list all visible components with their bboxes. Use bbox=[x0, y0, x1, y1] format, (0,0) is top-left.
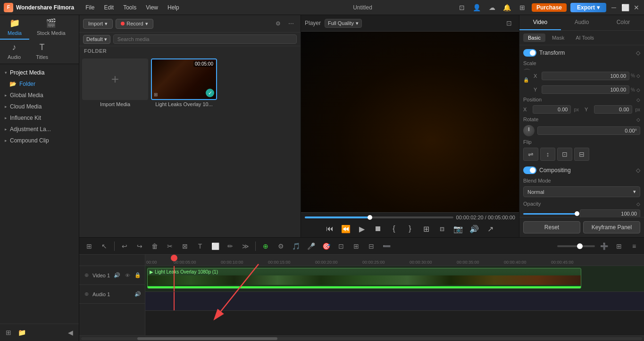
menu-tools[interactable]: Tools bbox=[119, 3, 140, 12]
blend-mode-select[interactable]: Normal ▾ bbox=[523, 186, 640, 197]
opacity-slider[interactable] bbox=[523, 213, 577, 215]
play-button[interactable]: ▶ bbox=[355, 222, 368, 235]
opacity-thumb[interactable] bbox=[575, 211, 579, 216]
video-track-eye-icon[interactable]: 👁 bbox=[123, 271, 132, 280]
tab-audio[interactable]: Audio bbox=[561, 15, 602, 30]
transform-keyframe-icon[interactable]: ◇ bbox=[636, 50, 640, 56]
reset-button[interactable]: Reset bbox=[523, 221, 580, 233]
pos-y-input[interactable]: 0.00 bbox=[594, 105, 632, 114]
sidebar-item-adjustment-layers[interactable]: ▸ Adjustment La... bbox=[0, 124, 79, 135]
grid-icon[interactable]: ⊞ bbox=[613, 240, 625, 252]
sidebar-item-compound-clip[interactable]: ▸ Compound Clip bbox=[0, 135, 79, 146]
scale-y-keyframe-icon[interactable]: ◇ bbox=[636, 87, 640, 92]
account-icon[interactable]: 👤 bbox=[471, 2, 483, 13]
timeline-scroll-track[interactable] bbox=[81, 337, 642, 340]
tab-video[interactable]: Video bbox=[519, 15, 561, 30]
tab-titles[interactable]: T Titles bbox=[28, 40, 56, 64]
mask-icon[interactable]: ⬜ bbox=[209, 240, 221, 252]
tab-stock-media[interactable]: 🎬 Stock Media bbox=[29, 15, 73, 40]
video-track-settings-icon[interactable]: 🔊 bbox=[113, 271, 121, 280]
search-input[interactable] bbox=[113, 34, 297, 44]
window-restore-button[interactable]: ⬜ bbox=[621, 4, 629, 11]
split-icon[interactable]: ⊡ bbox=[335, 240, 347, 252]
split-screen-icon[interactable]: ⧈ bbox=[435, 222, 449, 235]
quality-select[interactable]: Full Quality ▾ bbox=[325, 19, 362, 28]
skip-back-icon[interactable]: ⏮ bbox=[323, 222, 336, 235]
progress-thumb[interactable] bbox=[368, 215, 372, 220]
sub-tab-mask[interactable]: Mask bbox=[547, 33, 569, 42]
audio-track[interactable] bbox=[145, 292, 644, 311]
speed-icon[interactable]: ⊟ bbox=[365, 240, 377, 252]
audio-track-settings-icon[interactable]: 🔊 bbox=[134, 290, 142, 299]
select-tool-icon[interactable]: ↖ bbox=[98, 240, 110, 252]
frame-stop-icon[interactable]: ⏹ bbox=[371, 222, 385, 235]
sidebar-item-project-media[interactable]: ▾ Project Media bbox=[0, 67, 79, 78]
scale-x-keyframe-icon[interactable]: ◇ bbox=[636, 73, 640, 78]
sub-tab-ai-tools[interactable]: AI Tools bbox=[571, 33, 599, 42]
keyframe-panel-button[interactable]: Keyframe Panel bbox=[583, 221, 640, 233]
zoom-slider[interactable] bbox=[557, 245, 595, 247]
pen-icon[interactable]: ✏ bbox=[224, 240, 236, 252]
record-button[interactable]: Record ▾ bbox=[116, 19, 153, 29]
add-keyframe-icon[interactable]: ⊕ bbox=[259, 240, 272, 252]
sidebar-item-global-media[interactable]: ▸ Global Media bbox=[0, 90, 79, 101]
transform-toggle[interactable] bbox=[523, 49, 536, 57]
video-clip[interactable]: ▶ Light Leaks Overlay 1080p (1) bbox=[147, 268, 581, 289]
compositing-keyframe-icon[interactable]: ◇ bbox=[636, 167, 640, 174]
flip-horizontal-button[interactable]: ⇌ bbox=[523, 148, 538, 161]
list-item[interactable]: 00:05:00 ⊞ ✓ Light Leaks Overlay 10... bbox=[151, 58, 217, 107]
rotate-keyframe-icon[interactable]: ◇ bbox=[636, 117, 640, 122]
sidebar-item-influence-kit[interactable]: ▸ Influence Kit bbox=[0, 112, 79, 124]
zoom-thumb[interactable] bbox=[577, 243, 583, 249]
pos-x-input[interactable]: 0.00 bbox=[533, 105, 571, 114]
video-track-lock-icon[interactable]: 🔒 bbox=[134, 271, 142, 280]
purchase-button[interactable]: Purchase bbox=[532, 3, 567, 12]
motion-track-icon[interactable]: 🎯 bbox=[320, 240, 332, 252]
add-to-timeline-icon[interactable]: ⊞ bbox=[419, 222, 433, 235]
cut-icon[interactable]: ✂ bbox=[164, 240, 176, 252]
redo-icon[interactable]: ↪ bbox=[134, 240, 146, 252]
timeline-scroll-thumb[interactable] bbox=[137, 337, 277, 340]
settings-icon[interactable]: ↗ bbox=[484, 222, 497, 235]
filter-icon[interactable]: ⚙ bbox=[272, 18, 284, 29]
opacity-value[interactable]: 100.00 bbox=[580, 209, 640, 217]
stabilize-icon[interactable]: ⚙ bbox=[275, 240, 287, 252]
more-options-icon[interactable]: ⋯ bbox=[285, 18, 297, 29]
export-button[interactable]: Export ▾ bbox=[570, 3, 606, 12]
audio-icon[interactable]: 🔊 bbox=[468, 222, 481, 235]
video-track[interactable]: ▶ Light Leaks Overlay 1080p (1) bbox=[145, 266, 644, 292]
menu-file[interactable]: File bbox=[82, 3, 98, 12]
delete-icon[interactable]: 🗑 bbox=[149, 240, 161, 252]
mark-in-icon[interactable]: { bbox=[387, 222, 401, 235]
scene-snap-icon[interactable]: ⊞ bbox=[83, 240, 95, 252]
timeline-area[interactable]: 00:00 00:00:05:00 00:00:10:00 00:00:15:0… bbox=[145, 255, 644, 335]
notification-icon[interactable]: 🔔 bbox=[502, 2, 513, 13]
import-button[interactable]: Import ▾ bbox=[83, 19, 113, 29]
default-select[interactable]: Default ▾ bbox=[83, 35, 110, 44]
minimize-window-icon[interactable]: ⊡ bbox=[456, 2, 468, 13]
playhead-marker[interactable] bbox=[174, 255, 177, 261]
scale-y-input[interactable]: 100.00 bbox=[542, 85, 629, 94]
flip-option-4-button[interactable]: ⊟ bbox=[574, 148, 589, 161]
group-icon[interactable]: ⊞ bbox=[350, 240, 362, 252]
voice-record-icon[interactable]: 🎤 bbox=[305, 240, 317, 252]
more-tools-icon[interactable]: ≫ bbox=[239, 240, 251, 252]
import-thumb[interactable]: + bbox=[82, 58, 148, 100]
zoom-minus-icon[interactable]: ➖ bbox=[380, 240, 393, 252]
progress-track[interactable] bbox=[305, 216, 453, 218]
preview-canvas[interactable] bbox=[301, 32, 519, 212]
add-video-track-icon[interactable]: ⊕ bbox=[82, 271, 91, 280]
menu-edit[interactable]: Edit bbox=[100, 3, 117, 12]
text-icon[interactable]: T bbox=[194, 240, 206, 252]
opacity-keyframe-icon[interactable]: ◇ bbox=[636, 201, 640, 207]
sidebar-collapse-icon[interactable]: ◀ bbox=[65, 327, 76, 338]
audio-track-icon[interactable]: 🎵 bbox=[290, 240, 302, 252]
list-item[interactable]: + Import Media bbox=[82, 58, 148, 107]
zoom-plus-icon[interactable]: ➕ bbox=[598, 240, 610, 252]
flip-option-3-button[interactable]: ⊡ bbox=[557, 148, 572, 161]
tab-audio[interactable]: ♪ Audio bbox=[0, 40, 28, 64]
sub-tab-basic[interactable]: Basic bbox=[523, 33, 545, 42]
mark-out-icon[interactable]: } bbox=[403, 222, 417, 235]
position-keyframe-icon[interactable]: ◇ bbox=[636, 97, 640, 102]
scale-x-input[interactable]: 100.00 bbox=[542, 72, 629, 80]
